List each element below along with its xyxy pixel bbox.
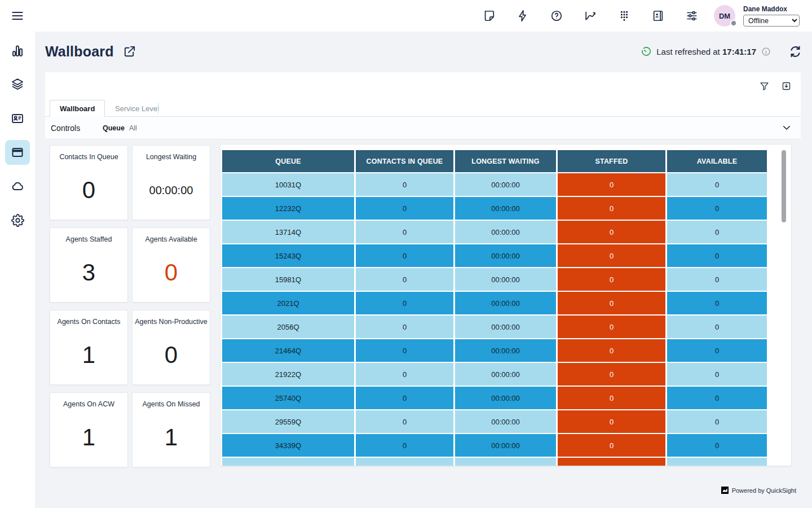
kpi-label: Agents On ACW [50,393,127,408]
table-row[interactable]: 29559Q000:00:0000 [222,410,767,433]
table-row[interactable]: 15981Q000:00:0000 [222,268,767,291]
available-cell: 0 [667,173,767,196]
kpi-label: Longest Waiting [133,146,210,161]
browser-window-icon[interactable] [5,140,30,165]
kpi-value: 0 [133,326,210,384]
top-bar: DM Dane Maddox Offline [35,0,812,32]
layers-icon[interactable] [5,72,30,97]
table-row[interactable]: 21922Q000:00:0000 [222,363,767,386]
available-cell: 0 [667,268,767,291]
kpi-card-longest-waiting: Longest Waiting00:00:00 [132,145,210,220]
longest-waiting-cell: 00:00:00 [455,173,556,196]
queue-cell: 15243Q [222,244,354,267]
bar-chart-icon[interactable] [5,38,30,63]
staffed-cell: 0 [558,173,665,196]
directory-icon[interactable] [651,9,665,23]
export-icon[interactable] [779,79,793,93]
contacts-in-queue-cell [356,458,453,466]
available-cell: 0 [667,221,767,243]
gear-icon[interactable] [5,208,30,233]
last-refreshed-time: 17:41:17 [722,47,756,56]
kpi-label: Contacts In Queue [50,146,127,161]
available-cell [667,458,767,466]
table-row-partial[interactable] [222,458,767,466]
queue-cell: 10031Q [222,173,354,196]
kpi-label: Agents Available [133,228,210,243]
available-cell: 0 [667,363,767,386]
status-dot [730,20,737,27]
table-row[interactable]: 10031Q000:00:0000 [222,173,767,196]
table-row[interactable]: 21464Q000:00:0000 [222,339,767,362]
page-title: Wallboard [45,43,114,60]
sidebar [0,0,35,508]
longest-waiting-cell: 00:00:00 [455,197,556,220]
longest-waiting-cell: 00:00:00 [455,339,556,362]
table-header-row: QUEUE CONTACTS IN QUEUE LONGEST WAITING … [222,150,767,172]
staffed-cell [558,458,665,466]
longest-waiting-cell: 00:00:00 [455,292,556,314]
kpi-value: 3 [50,243,127,302]
cloud-icon[interactable] [5,174,30,199]
table-row[interactable]: 2021Q000:00:0000 [222,292,767,314]
longest-waiting-cell: 00:00:00 [455,434,556,457]
tab-wallboard[interactable]: Wallboard [50,100,105,117]
menu-icon[interactable] [5,3,30,28]
chevron-down-icon[interactable] [782,122,792,133]
dashboard-panel: Wallboard Service Level Controls Queue A… [45,72,801,139]
table-row[interactable]: 15243Q000:00:0000 [222,244,767,267]
user-name: Dane Maddox [743,5,800,13]
tab-service-level[interactable]: Service Level [105,100,169,117]
status-select[interactable]: Offline [743,15,800,27]
longest-waiting-cell: 00:00:00 [455,316,556,338]
bolt-icon[interactable] [516,9,529,23]
external-link-icon[interactable] [123,45,136,58]
queue-cell: 13714Q [222,221,354,243]
staffed-cell: 0 [558,268,665,291]
kpi-value: 1 [133,408,210,467]
filter-icon[interactable] [757,79,771,93]
contacts-in-queue-cell: 0 [356,316,453,338]
note-icon[interactable] [482,9,496,23]
queue-filter-label: Queue [103,124,125,132]
title-bar: Wallboard Last refreshed at 17:41:17 [45,32,802,71]
avatar[interactable]: DM [714,5,735,27]
table-row[interactable]: 2056Q000:00:0000 [222,316,767,338]
staffed-cell: 0 [558,244,665,267]
id-card-icon[interactable] [5,106,30,131]
staffed-cell: 0 [558,410,665,433]
queue-filter-value[interactable]: All [129,124,137,132]
kpi-card-agents-staffed: Agents Staffed3 [50,227,128,303]
available-cell: 0 [667,339,767,362]
help-icon[interactable] [550,9,563,23]
longest-waiting-cell: 00:00:00 [455,410,556,433]
available-cell: 0 [667,197,767,220]
table-row[interactable]: 25740Q000:00:0000 [222,387,767,409]
available-cell: 0 [667,434,767,457]
table-row[interactable]: 34339Q000:00:0000 [222,434,767,457]
tab-divider [158,103,158,114]
dialpad-icon[interactable] [617,9,631,23]
contacts-in-queue-cell: 0 [356,387,453,409]
kpi-card-agents-on-missed: Agents On Missed1 [132,392,210,467]
preferences-icon[interactable] [685,9,699,23]
longest-waiting-cell [455,458,556,466]
available-cell: 0 [667,387,767,409]
longest-waiting-cell: 00:00:00 [455,221,556,243]
info-icon[interactable] [761,47,771,56]
kpi-label: Agents On Missed [133,393,210,408]
line-chart-icon[interactable] [584,9,597,23]
col-contacts-in-queue: CONTACTS IN QUEUE [356,150,453,172]
queue-cell [222,458,354,466]
queue-table-card: QUEUE CONTACTS IN QUEUE LONGEST WAITING … [220,144,792,466]
staffed-cell: 0 [558,221,665,243]
contacts-in-queue-cell: 0 [356,197,453,220]
table-scrollbar[interactable] [782,150,786,222]
table-row[interactable]: 13714Q000:00:0000 [222,221,767,243]
refresh-icon[interactable] [788,45,802,58]
quicksight-logo-icon [721,487,729,494]
kpi-value: 0 [50,161,127,220]
refresh-timer-icon [641,46,651,57]
table-row[interactable]: 12232Q000:00:0000 [222,197,767,220]
contacts-in-queue-cell: 0 [356,339,453,362]
kpi-grid: Contacts In Queue0Longest Waiting00:00:0… [50,145,210,467]
